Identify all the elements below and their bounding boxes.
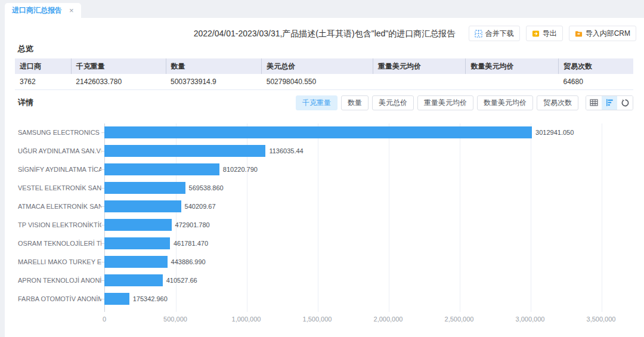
bar-value-label: 540209.67 [185,203,216,210]
chart-bar-row: FARBA OTOMOTİV ANONİM ŞİRKETİ175342.960 [18,290,644,308]
metric-tabs: 千克重量数量美元总价重量美元均价数量美元均价贸易次数 [296,95,578,110]
chart-bar-row: SAMSUNG ELECTRONICS ISTANBUL P...3012941… [18,123,644,142]
bar[interactable] [104,237,170,249]
bar-value-label: 569538.860 [189,184,224,191]
table-view-button[interactable] [586,96,602,110]
chart-bar-row: ATMACA ELEKTRONİK SANAYİ VE Tİ...540209.… [18,197,644,216]
bar-chart-view-icon [606,99,614,106]
bar[interactable] [104,219,172,231]
column-header-2: 数量 [166,58,262,74]
bar[interactable] [104,256,168,268]
y-axis-label: MARELLI MAKO TURKEY ELEKTRİK S... [18,258,101,265]
header-actions: 合并下载导出导入内部CRM [469,26,636,41]
bar-value-label: 1136035.44 [269,147,303,154]
x-axis-tick-label: 3,500,000 [587,316,616,323]
table-cell-6: 64680 [559,74,634,89]
chart-bar-row: SİGNİFY AYDINLATMA TİCARET ANO...810220.… [18,160,644,179]
x-axis-tick-label: 0 [103,316,106,323]
column-header-0: 进口商 [15,58,71,74]
y-axis-label: VESTEL ELEKTRONİK SANAYİ VE Tİ... [18,184,101,191]
tab-importer-summary-report[interactable]: 进口商汇总报告 × [5,3,81,18]
overview-section-label: 总览 [18,44,644,54]
bar-value-label: 472901.780 [175,221,210,228]
bar[interactable] [104,182,185,194]
y-axis-label: SİGNİFY AYDINLATMA TİCARET ANO... [18,166,101,173]
y-axis-label: FARBA OTOMOTİV ANONİM ŞİRKETİ [18,295,101,302]
y-axis-label: ATMACA ELEKTRONİK SANAYİ VE Tİ... [18,203,101,210]
bar-value-label: 410527.66 [166,277,197,284]
merge-download-icon [475,30,482,38]
bar[interactable] [104,293,129,305]
metric-tab-2[interactable]: 美元总价 [372,95,414,110]
y-axis-label: APRON TEKNOLOJİ ANONİM ŞİRKETİ [18,277,101,284]
export-icon [532,30,540,38]
tab-close-icon[interactable]: × [69,7,74,14]
x-axis-tick-label: 500,000 [163,316,187,323]
table-cell-0: 3762 [15,74,71,89]
table-cell-1: 21426033.780 [71,74,166,89]
y-axis-label: UĞUR AYDINLATMA SAN.VE TİC.LTD... [18,147,101,154]
column-header-6: 贸易次数 [559,58,634,74]
table-view-icon [590,99,598,106]
details-section-label: 详情 [18,97,33,108]
table-cell-2: 5003733914.9 [166,74,262,89]
chart-bar-row: TP VISION ELEKTRONİKTİCARET AN...472901.… [18,216,644,234]
import-crm-icon [575,30,583,38]
action-button-import-crm[interactable]: 导入内部CRM [569,26,636,41]
table-cell-3: 502798040.550 [262,74,373,89]
bar-value-label: 175342.960 [133,295,168,302]
x-axis-tick-label: 1,000,000 [232,316,261,323]
bar[interactable] [104,145,265,157]
action-button-label: 导出 [543,29,557,39]
bar-value-label: 443886.990 [171,258,206,265]
bar[interactable] [104,126,532,138]
chart-bar-row: OSRAM TEKNOLOJİLERİ TİCARET AN...461781.… [18,234,644,253]
column-header-1: 千克重量 [71,58,166,74]
refresh-button[interactable] [617,96,633,110]
table-row: 376221426033.7805003733914.9502798040.55… [15,74,633,89]
y-axis-label: SAMSUNG ELECTRONICS ISTANBUL P... [18,129,101,136]
bar-value-label: 3012941.050 [535,129,574,136]
overview-table-header: 进口商千克重量数量美元总价重量美元均价数量美元均价贸易次数 [15,58,633,74]
x-axis-tick-label: 3,000,000 [516,316,545,323]
y-axis-label: TP VISION ELEKTRONİKTİCARET AN... [18,221,101,228]
chart-x-axis: 0500,0001,000,0001,500,0002,000,0002,500… [104,316,601,324]
report-header: 2022/04/01-2023/03/31,产品描述(土耳其语)包含"led"的… [5,18,644,42]
chart-bar-row: MARELLI MAKO TURKEY ELEKTRİK S...443886.… [18,253,644,271]
column-header-4: 重量美元均价 [373,58,466,74]
overview-table: 进口商千克重量数量美元总价重量美元均价数量美元均价贸易次数 3762214260… [15,58,633,90]
refresh-icon [621,99,629,107]
table-cell-5 [466,74,559,89]
x-axis-tick-label: 2,500,000 [445,316,474,323]
metric-tab-3[interactable]: 重量美元均价 [417,95,473,110]
metric-tab-4[interactable]: 数量美元均价 [477,95,533,110]
table-cell-4 [373,74,466,89]
chart-bars: SAMSUNG ELECTRONICS ISTANBUL P...3012941… [18,123,644,308]
importer-bar-chart: SAMSUNG ELECTRONICS ISTANBUL P...3012941… [18,123,644,332]
tab-bar: 进口商汇总报告 × [0,0,644,18]
chart-bar-row: VESTEL ELEKTRONİK SANAYİ VE Tİ...569538.… [18,179,644,197]
bar[interactable] [104,163,219,175]
x-axis-tick-label: 2,000,000 [374,316,403,323]
action-button-merge-download[interactable]: 合并下载 [469,26,520,41]
column-header-5: 数量美元均价 [466,58,559,74]
view-toggle-group [586,95,633,110]
main-panel: 2022/04/01-2023/03/31,产品描述(土耳其语)包含"led"的… [5,18,644,337]
chart-bar-row: APRON TEKNOLOJİ ANONİM ŞİRKETİ410527.66 [18,271,644,290]
metric-tab-5[interactable]: 贸易次数 [537,95,578,110]
bar[interactable] [104,274,163,286]
column-header-3: 美元总价 [262,58,373,74]
details-toolbar: 详情 千克重量数量美元总价重量美元均价数量美元均价贸易次数 [18,95,633,110]
metric-tab-1[interactable]: 数量 [341,95,369,110]
tab-label: 进口商汇总报告 [12,5,62,16]
y-axis-label: OSRAM TEKNOLOJİLERİ TİCARET AN... [18,240,101,247]
bar[interactable] [104,200,181,212]
action-button-export[interactable]: 导出 [526,26,563,41]
chart-bar-row: UĞUR AYDINLATMA SAN.VE TİC.LTD...1136035… [18,142,644,160]
action-button-label: 合并下载 [485,29,514,39]
action-button-label: 导入内部CRM [586,29,630,39]
bar-value-label: 461781.470 [174,240,208,247]
metric-tab-0[interactable]: 千克重量 [296,95,338,110]
x-axis-tick-label: 1,500,000 [303,316,332,323]
bar-chart-view-button[interactable] [602,96,617,110]
